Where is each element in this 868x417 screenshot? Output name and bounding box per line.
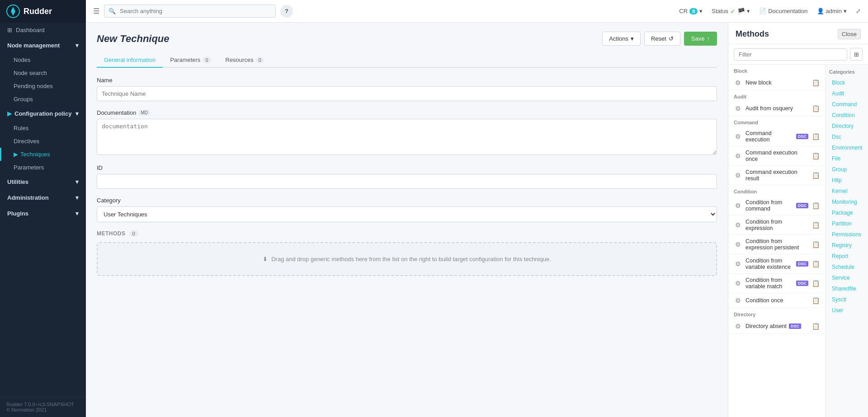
category-heading-audit: Audit xyxy=(728,90,825,101)
method-item-condition-once[interactable]: ⚙ Condition once 📋 xyxy=(728,293,825,308)
gear-icon: ⚙ xyxy=(734,79,742,87)
help-button[interactable]: ? xyxy=(280,5,293,18)
book-icon[interactable]: 📋 xyxy=(812,133,820,140)
book-icon[interactable]: 📋 xyxy=(812,221,820,229)
method-item-condition-from-command[interactable]: ⚙ Condition from command DSC 📋 xyxy=(728,196,825,216)
documentation-textarea[interactable] xyxy=(97,119,717,155)
tab-resources[interactable]: Resources 0 xyxy=(218,53,271,68)
sidebar-item-groups[interactable]: Groups xyxy=(0,93,86,106)
category-link-condition[interactable]: Condition xyxy=(829,110,864,121)
sidebar-item-node-search[interactable]: Node search xyxy=(0,66,86,80)
technique-id-input[interactable] xyxy=(97,174,717,189)
category-select[interactable]: User Techniques System Techniques xyxy=(97,206,717,222)
book-icon[interactable]: 📋 xyxy=(812,152,820,159)
page-title: New Technique xyxy=(97,33,170,45)
book-icon[interactable]: 📋 xyxy=(812,79,820,86)
sidebar-item-nodes[interactable]: Nodes xyxy=(0,53,86,66)
sidebar-item-techniques[interactable]: ▶ Techniques xyxy=(0,148,86,161)
book-icon[interactable]: 📋 xyxy=(812,280,820,287)
methods-panel: Methods Close ⊞ Block ⚙ New block 📋 xyxy=(728,23,868,417)
method-item-condition-from-expression-persistent[interactable]: ⚙ Condition from expression persistent 📋 xyxy=(728,235,825,254)
book-icon[interactable]: 📋 xyxy=(812,202,820,209)
editor-header: New Technique Actions ▾ Reset ↺ Save ↑ xyxy=(97,32,717,46)
tab-general-information[interactable]: General information xyxy=(97,53,163,68)
category-link-report[interactable]: Report xyxy=(829,251,864,262)
status-indicator[interactable]: Status ✓ 🏴 ▾ xyxy=(712,8,750,15)
name-field-section: Name xyxy=(97,77,717,101)
actions-button[interactable]: Actions ▾ xyxy=(602,32,641,46)
category-link-kernel[interactable]: Kernel xyxy=(829,186,864,197)
method-item-new-block[interactable]: ⚙ New block 📋 xyxy=(728,75,825,90)
methods-filter-input[interactable] xyxy=(734,48,847,61)
category-link-schedule[interactable]: Schedule xyxy=(829,262,864,272)
sidebar-section-plugins[interactable]: Plugins ▾ xyxy=(0,206,86,221)
sidebar-item-pending-nodes[interactable]: Pending nodes xyxy=(0,80,86,93)
book-icon[interactable]: 📋 xyxy=(812,172,820,179)
save-button[interactable]: Save ↑ xyxy=(684,32,717,46)
technique-name-input[interactable] xyxy=(97,86,717,101)
category-link-command[interactable]: Command xyxy=(829,99,864,110)
sidebar-item-label: Dashboard xyxy=(16,27,45,33)
documentation-link[interactable]: 📄 Documentation xyxy=(759,8,807,14)
book-icon[interactable]: 📋 xyxy=(812,241,820,248)
method-item-command-execution-result[interactable]: ⚙ Command execution result 📋 xyxy=(728,166,825,185)
sidebar-logo[interactable]: Rudder xyxy=(0,0,86,23)
category-link-partition[interactable]: Partition xyxy=(829,218,864,229)
chevron-down-icon-cr: ▾ xyxy=(699,8,703,14)
sidebar-item-directives[interactable]: Directives xyxy=(0,135,86,148)
book-icon[interactable]: 📋 xyxy=(812,105,820,112)
category-link-http[interactable]: Http xyxy=(829,175,864,186)
method-item-condition-from-variable-existence[interactable]: ⚙ Condition from variable existence DSC … xyxy=(728,254,825,274)
chevron-down-icon-status: ▾ xyxy=(747,8,750,14)
book-icon[interactable]: 📋 xyxy=(812,297,820,304)
category-link-environment[interactable]: Environment xyxy=(829,142,864,153)
reset-icon: ↺ xyxy=(669,35,674,42)
category-link-directory[interactable]: Directory xyxy=(829,121,864,131)
chevron-down-icon-config: ▾ xyxy=(75,110,79,117)
category-link-service[interactable]: Service xyxy=(829,272,864,283)
category-link-sysctl[interactable]: Sysctl xyxy=(829,294,864,305)
book-icon[interactable]: 📋 xyxy=(812,323,820,330)
method-item-command-execution[interactable]: ⚙ Command execution DSC 📋 xyxy=(728,127,825,146)
search-input[interactable] xyxy=(104,5,276,18)
sidebar-item-dashboard[interactable]: ⊞ Dashboard xyxy=(0,23,86,37)
category-link-audit[interactable]: Audit xyxy=(829,88,864,99)
category-link-group[interactable]: Group xyxy=(829,164,864,175)
method-item-condition-from-expression[interactable]: ⚙ Condition from expression 📋 xyxy=(728,216,825,235)
admin-menu[interactable]: 👤 admin ▾ xyxy=(817,8,847,14)
category-link-user[interactable]: User xyxy=(829,305,864,316)
category-link-permissions[interactable]: Permissions xyxy=(829,229,864,240)
category-link-block[interactable]: Block xyxy=(829,77,864,88)
sidebar-item-parameters[interactable]: Parameters xyxy=(0,161,86,174)
tab-parameters[interactable]: Parameters 0 xyxy=(163,53,218,68)
editor-tabs: General information Parameters 0 Resourc… xyxy=(97,53,717,68)
chevron-down-icon-plugins: ▾ xyxy=(75,210,79,217)
method-item-command-execution-once[interactable]: ⚙ Command execution once 📋 xyxy=(728,146,825,166)
save-label: Save xyxy=(691,35,705,42)
method-item-condition-from-variable-match[interactable]: ⚙ Condition from variable match DSC 📋 xyxy=(728,274,825,293)
category-field-section: Category User Techniques System Techniqu… xyxy=(97,197,717,222)
method-name: Condition from variable existence DSC xyxy=(745,258,808,270)
sidebar-section-administration[interactable]: Administration ▾ xyxy=(0,190,86,206)
sidebar-section-utilities[interactable]: Utilities ▾ xyxy=(0,174,86,190)
category-link-package[interactable]: Package xyxy=(829,207,864,218)
book-icon[interactable]: 📋 xyxy=(812,260,820,267)
category-link-registry[interactable]: Registry xyxy=(829,240,864,251)
cr-indicator[interactable]: CR 8 ▾ xyxy=(679,8,703,14)
category-heading-block: Block xyxy=(728,65,825,75)
sidebar-section-config-policy[interactable]: ▶ Configuration policy ▾ xyxy=(0,106,86,122)
category-link-dsc[interactable]: Dsc xyxy=(829,131,864,142)
category-link-sharedfile[interactable]: Sharedfile xyxy=(829,283,864,294)
category-heading-condition: Condition xyxy=(728,185,825,196)
reset-button[interactable]: Reset ↺ xyxy=(644,32,680,46)
hamburger-icon[interactable]: ☰ xyxy=(93,7,99,15)
expand-icon[interactable]: ⤢ xyxy=(856,8,861,14)
category-link-file[interactable]: File xyxy=(829,153,864,164)
filter-settings-button[interactable]: ⊞ xyxy=(850,48,863,61)
sidebar-section-node-management[interactable]: Node management ▾ xyxy=(0,37,86,53)
category-link-monitoring[interactable]: Monitoring xyxy=(829,197,864,207)
method-item-audit-osquery[interactable]: ⚙ Audit from osquery 📋 xyxy=(728,101,825,116)
sidebar-item-rules[interactable]: Rules xyxy=(0,122,86,135)
method-item-directory-absent[interactable]: ⚙ Directory absent DSC 📋 xyxy=(728,319,825,334)
close-button[interactable]: Close xyxy=(838,29,861,39)
